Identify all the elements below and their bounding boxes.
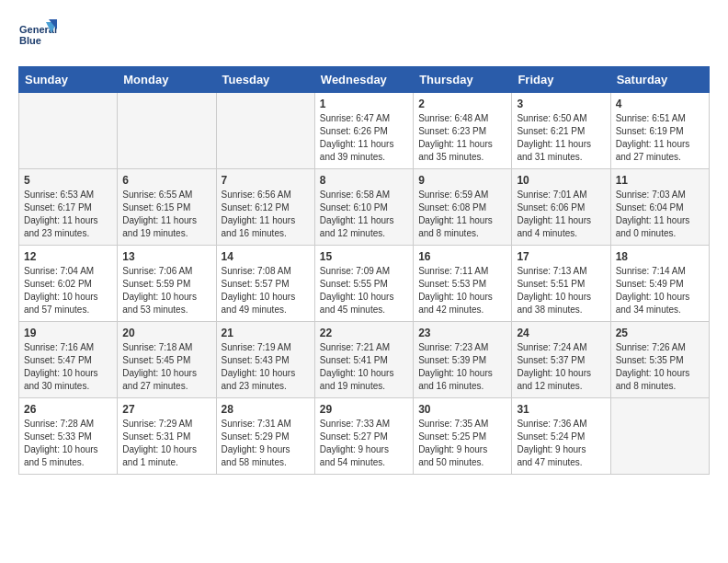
calendar-cell: 8Sunrise: 6:58 AM Sunset: 6:10 PM Daylig… [314,169,413,246]
calendar-week-row: 1Sunrise: 6:47 AM Sunset: 6:26 PM Daylig… [19,93,710,169]
day-info: Sunrise: 7:01 AM Sunset: 6:06 PM Dayligh… [517,189,605,240]
day-info: Sunrise: 7:08 AM Sunset: 5:57 PM Dayligh… [222,265,310,316]
day-info: Sunrise: 7:28 AM Sunset: 5:33 PM Dayligh… [24,418,112,469]
day-info: Sunrise: 6:56 AM Sunset: 6:12 PM Dayligh… [222,189,310,240]
day-number: 14 [222,250,310,263]
calendar-cell: 26Sunrise: 7:28 AM Sunset: 5:33 PM Dayli… [19,398,118,475]
calendar-cell: 2Sunrise: 6:48 AM Sunset: 6:23 PM Daylig… [414,93,512,169]
calendar-week-row: 19Sunrise: 7:16 AM Sunset: 5:47 PM Dayli… [19,322,710,398]
calendar-header-row: SundayMondayTuesdayWednesdayThursdayFrid… [19,67,710,93]
day-info: Sunrise: 7:04 AM Sunset: 6:02 PM Dayligh… [24,265,112,316]
day-number: 13 [122,250,210,263]
calendar-cell [216,93,314,169]
day-number: 16 [418,250,506,263]
day-info: Sunrise: 7:18 AM Sunset: 5:45 PM Dayligh… [122,341,210,393]
day-info: Sunrise: 6:55 AM Sunset: 6:15 PM Dayligh… [122,189,210,240]
day-number: 8 [320,174,408,187]
weekday-header: Wednesday [314,67,413,93]
calendar-cell: 12Sunrise: 7:04 AM Sunset: 6:02 PM Dayli… [19,246,118,322]
day-info: Sunrise: 6:58 AM Sunset: 6:10 PM Dayligh… [320,189,408,240]
calendar-cell: 13Sunrise: 7:06 AM Sunset: 5:59 PM Dayli… [118,246,216,322]
day-number: 1 [320,98,408,110]
calendar-cell: 15Sunrise: 7:09 AM Sunset: 5:55 PM Dayli… [314,246,413,322]
calendar-cell: 29Sunrise: 7:33 AM Sunset: 5:27 PM Dayli… [314,398,413,475]
day-info: Sunrise: 6:51 AM Sunset: 6:19 PM Dayligh… [616,112,704,164]
day-number: 29 [320,403,408,416]
day-info: Sunrise: 7:24 AM Sunset: 5:37 PM Dayligh… [517,341,605,393]
day-number: 18 [616,250,704,263]
day-number: 10 [517,174,605,187]
day-info: Sunrise: 7:23 AM Sunset: 5:39 PM Dayligh… [418,341,506,393]
day-number: 6 [122,174,210,187]
calendar-cell: 4Sunrise: 6:51 AM Sunset: 6:19 PM Daylig… [610,93,709,169]
calendar-cell: 18Sunrise: 7:14 AM Sunset: 5:49 PM Dayli… [610,246,709,322]
calendar-cell: 24Sunrise: 7:24 AM Sunset: 5:37 PM Dayli… [512,322,610,398]
day-info: Sunrise: 7:35 AM Sunset: 5:25 PM Dayligh… [418,418,506,469]
weekday-header: Sunday [19,67,118,93]
calendar-cell: 5Sunrise: 6:53 AM Sunset: 6:17 PM Daylig… [19,169,118,246]
calendar-cell: 30Sunrise: 7:35 AM Sunset: 5:25 PM Dayli… [414,398,512,475]
day-info: Sunrise: 7:14 AM Sunset: 5:49 PM Dayligh… [616,265,704,316]
day-info: Sunrise: 6:59 AM Sunset: 6:08 PM Dayligh… [418,189,506,240]
calendar-cell: 16Sunrise: 7:11 AM Sunset: 5:53 PM Dayli… [414,246,512,322]
calendar-cell: 3Sunrise: 6:50 AM Sunset: 6:21 PM Daylig… [512,93,610,169]
day-info: Sunrise: 7:03 AM Sunset: 6:04 PM Dayligh… [616,189,704,240]
page-header: General Blue [18,18,710,57]
day-info: Sunrise: 7:11 AM Sunset: 5:53 PM Dayligh… [418,265,506,316]
day-info: Sunrise: 7:36 AM Sunset: 5:24 PM Dayligh… [517,418,605,469]
day-info: Sunrise: 7:13 AM Sunset: 5:51 PM Dayligh… [517,265,605,316]
day-number: 31 [517,403,605,416]
day-number: 24 [517,327,605,339]
day-info: Sunrise: 7:31 AM Sunset: 5:29 PM Dayligh… [222,418,310,469]
day-info: Sunrise: 7:09 AM Sunset: 5:55 PM Dayligh… [320,265,408,316]
calendar-cell: 28Sunrise: 7:31 AM Sunset: 5:29 PM Dayli… [216,398,314,475]
day-info: Sunrise: 7:26 AM Sunset: 5:35 PM Dayligh… [616,341,704,393]
calendar-cell: 6Sunrise: 6:55 AM Sunset: 6:15 PM Daylig… [118,169,216,246]
day-number: 9 [418,174,506,187]
day-number: 27 [122,403,210,416]
day-number: 30 [418,403,506,416]
calendar-cell: 14Sunrise: 7:08 AM Sunset: 5:57 PM Dayli… [216,246,314,322]
calendar-cell [19,93,118,169]
calendar-week-row: 5Sunrise: 6:53 AM Sunset: 6:17 PM Daylig… [19,169,710,246]
calendar-cell: 17Sunrise: 7:13 AM Sunset: 5:51 PM Dayli… [512,246,610,322]
weekday-header: Friday [512,67,610,93]
calendar-cell: 21Sunrise: 7:19 AM Sunset: 5:43 PM Dayli… [216,322,314,398]
calendar-cell: 23Sunrise: 7:23 AM Sunset: 5:39 PM Dayli… [414,322,512,398]
weekday-header: Saturday [610,67,709,93]
calendar-cell: 31Sunrise: 7:36 AM Sunset: 5:24 PM Dayli… [512,398,610,475]
day-number: 11 [616,174,704,187]
day-number: 4 [616,98,704,110]
calendar-cell: 11Sunrise: 7:03 AM Sunset: 6:04 PM Dayli… [610,169,709,246]
day-info: Sunrise: 6:47 AM Sunset: 6:26 PM Dayligh… [320,112,408,164]
day-number: 12 [24,250,112,263]
day-number: 15 [320,250,408,263]
day-info: Sunrise: 6:53 AM Sunset: 6:17 PM Dayligh… [24,189,112,240]
day-number: 23 [418,327,506,339]
day-number: 5 [24,174,112,187]
logo-svg: General Blue [18,18,57,57]
calendar-cell: 7Sunrise: 6:56 AM Sunset: 6:12 PM Daylig… [216,169,314,246]
day-number: 22 [320,327,408,339]
day-number: 25 [616,327,704,339]
day-number: 21 [222,327,310,339]
day-number: 28 [222,403,310,416]
calendar-cell [610,398,709,475]
calendar-cell: 22Sunrise: 7:21 AM Sunset: 5:41 PM Dayli… [314,322,413,398]
weekday-header: Monday [118,67,216,93]
svg-text:Blue: Blue [19,35,41,46]
day-number: 7 [222,174,310,187]
calendar-cell [118,93,216,169]
day-info: Sunrise: 7:21 AM Sunset: 5:41 PM Dayligh… [320,341,408,393]
calendar-cell: 10Sunrise: 7:01 AM Sunset: 6:06 PM Dayli… [512,169,610,246]
day-info: Sunrise: 7:29 AM Sunset: 5:31 PM Dayligh… [122,418,210,469]
day-info: Sunrise: 6:48 AM Sunset: 6:23 PM Dayligh… [418,112,506,164]
day-info: Sunrise: 6:50 AM Sunset: 6:21 PM Dayligh… [517,112,605,164]
calendar-table: SundayMondayTuesdayWednesdayThursdayFrid… [18,66,710,475]
calendar-cell: 9Sunrise: 6:59 AM Sunset: 6:08 PM Daylig… [414,169,512,246]
day-info: Sunrise: 7:19 AM Sunset: 5:43 PM Dayligh… [222,341,310,393]
calendar-week-row: 26Sunrise: 7:28 AM Sunset: 5:33 PM Dayli… [19,398,710,475]
weekday-header: Thursday [414,67,512,93]
logo: General Blue [18,18,59,57]
day-number: 20 [122,327,210,339]
